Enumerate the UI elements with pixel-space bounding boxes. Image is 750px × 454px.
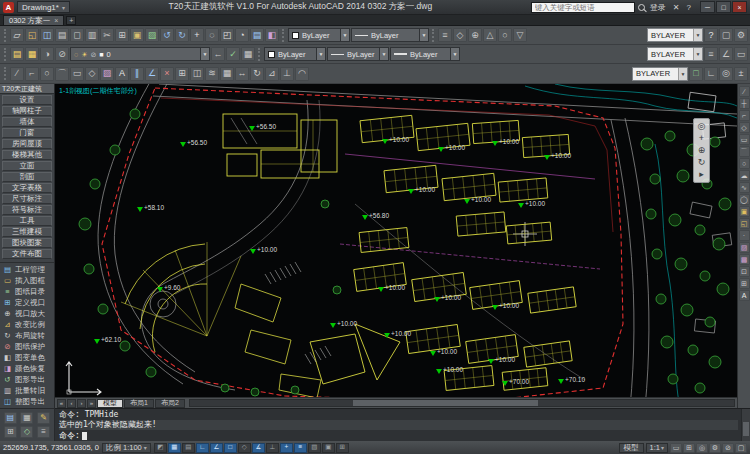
palette-command-restore-color[interactable]: ◨颜色恢复 — [0, 363, 54, 374]
layer-off-icon[interactable]: ◑ — [40, 47, 54, 61]
offset-icon[interactable]: ≋ — [205, 67, 219, 81]
command-prompt[interactable]: 命令: — [59, 430, 738, 441]
layout-scroll-button[interactable]: ‹ — [67, 399, 76, 408]
zoom-realtime-icon[interactable]: ◌ — [205, 28, 219, 42]
toggle-snap-mode[interactable]: ▦ — [168, 443, 181, 453]
area-icon[interactable]: ▭ — [734, 47, 748, 61]
layer-states-icon[interactable]: ▦ — [25, 47, 39, 61]
layout-tab-模型[interactable]: 模型 — [97, 399, 123, 408]
maximize-button[interactable]: □ — [716, 1, 731, 13]
layout-tab-布局1[interactable]: 布局1 — [124, 399, 154, 408]
polyline-icon[interactable]: ⌐ — [739, 110, 750, 121]
design-center-icon[interactable]: ◧ — [265, 28, 279, 42]
layout-tab-布局2[interactable]: 布局2 — [155, 399, 185, 408]
new-file-icon[interactable]: ▱ — [10, 28, 24, 42]
gradient-icon[interactable]: ▩ — [739, 254, 750, 265]
properties-panel-icon[interactable]: ▤ — [4, 412, 17, 424]
save-icon[interactable]: ◫ — [40, 28, 54, 42]
point-icon[interactable]: · — [739, 230, 750, 241]
tool-palette-icon[interactable]: ▦ — [20, 412, 33, 424]
undo-icon[interactable]: ↺ — [160, 28, 174, 42]
line-icon[interactable]: ∕ — [10, 67, 24, 81]
plot-icon[interactable]: ▤ — [55, 28, 69, 42]
palette-command-mono-color[interactable]: ◧图变单色 — [0, 352, 54, 363]
measure-icon[interactable]: ± — [734, 67, 748, 81]
materials-icon[interactable]: ▽ — [513, 28, 527, 42]
toggle-ortho-mode[interactable]: ∟ — [196, 443, 209, 453]
plot-style-combo[interactable]: BYLAYER ▼ — [632, 67, 688, 81]
exchange-icon[interactable]: ✕ — [671, 3, 682, 12]
make-current-icon[interactable]: ✓ — [226, 47, 240, 61]
quick-access-drawing-menu[interactable]: Drawing1* ▾ — [17, 1, 70, 13]
palette-command-insert-frame[interactable]: ▭插入图框 — [0, 275, 54, 286]
layout-scroll-button[interactable]: « — [57, 399, 66, 408]
layer-lock-icon[interactable]: ⊘ — [55, 47, 69, 61]
palette-menu-item[interactable]: 剖面 — [2, 172, 52, 182]
layout-scroll-button[interactable]: › — [77, 399, 86, 408]
zoom-tool-icon[interactable]: ⊕ — [698, 146, 706, 155]
properties-color-combo[interactable]: ByLayer ▼ — [264, 47, 326, 61]
properties-linetype-combo[interactable]: ByLayer ▼ — [327, 47, 389, 61]
toggle-object-snap[interactable]: □ — [224, 443, 237, 453]
command-scrollbar[interactable] — [741, 409, 750, 441]
quick-calc-icon[interactable]: △ — [483, 28, 497, 42]
tianzheng-scale-control[interactable]: 比例 1:100 ▾ — [102, 443, 151, 453]
arc-icon[interactable]: ⌒ — [55, 67, 69, 81]
palette-menu-item[interactable]: 文件布图 — [2, 249, 52, 259]
markup-icon[interactable]: ⊕ — [468, 28, 482, 42]
mtext-icon[interactable]: A — [739, 290, 750, 301]
close-button[interactable]: × — [732, 1, 747, 13]
plot-preview-icon[interactable]: ◻ — [70, 28, 84, 42]
toolbar-grip[interactable] — [4, 67, 7, 80]
palette-menu-item[interactable]: 符号标注 — [2, 205, 52, 215]
toggle-dynamic-input[interactable]: + — [280, 443, 293, 453]
region-icon[interactable]: ⊡ — [739, 266, 750, 277]
arc-icon[interactable]: ⌒ — [739, 146, 750, 157]
palette-menu-item[interactable]: 设置 — [2, 95, 52, 105]
palette-command-layout-rotate[interactable]: ↻布局旋转 — [0, 330, 54, 341]
tool-palettes-icon[interactable]: ≡ — [438, 28, 452, 42]
rotate-icon[interactable]: ↻ — [250, 67, 264, 81]
layout-scroll-button[interactable]: » — [87, 399, 96, 408]
toggle-3d-object-snap[interactable]: ◇ — [238, 443, 251, 453]
layer-walk-icon[interactable]: ▦ — [241, 47, 255, 61]
toggle-selection-cycling[interactable]: ⊞ — [336, 443, 349, 453]
toolbar-lock-icon[interactable]: ⊘ — [722, 443, 734, 453]
pan-icon[interactable]: + — [190, 28, 204, 42]
paste-icon[interactable]: ▣ — [130, 28, 144, 42]
palette-command-export-whole[interactable]: ◫整图导出 — [0, 396, 54, 407]
plot-style-combo[interactable]: BYLAYER ▼ — [647, 28, 703, 42]
orbit-tool-icon[interactable]: ↻ — [698, 158, 706, 167]
file-tab-active[interactable]: 0302 方案一 × — [3, 15, 64, 25]
toggle-transparency[interactable]: ▧ — [308, 443, 321, 453]
drawing-canvas[interactable]: +56.50+56.50+58.10+10.00+9.60+62.10+10.0… — [55, 84, 737, 408]
grid-tool-icon[interactable]: ⊞ — [4, 426, 17, 438]
hatch-icon[interactable]: ▨ — [739, 242, 750, 253]
toolbar-grip[interactable] — [4, 48, 7, 61]
revision-cloud-icon[interactable]: ☁ — [739, 170, 750, 181]
toggle-infer-constraints[interactable]: ◩ — [154, 443, 167, 453]
properties-lineweight-combo[interactable]: ByLayer ▼ — [390, 47, 460, 61]
insert-block-icon[interactable]: ▣ — [739, 206, 750, 217]
ellipse-icon[interactable]: ◯ — [739, 194, 750, 205]
circle-icon[interactable]: ○ — [40, 67, 54, 81]
match-properties-icon[interactable]: ▨ — [145, 28, 159, 42]
open-file-icon[interactable]: ◱ — [25, 28, 39, 42]
layer-combo[interactable]: ◌ ☀ ⊘ ■ 0 ▼ — [70, 47, 210, 61]
quick-view-drawings-icon[interactable]: ⊞ — [683, 443, 695, 453]
scale-icon[interactable]: ⊿ — [265, 67, 279, 81]
palette-command-change-scale[interactable]: ⊿改变比例 — [0, 319, 54, 330]
scrollbar-thumb[interactable] — [353, 400, 538, 406]
annotation-visibility-icon[interactable]: ◎ — [696, 443, 708, 453]
line-icon[interactable]: ∕ — [739, 86, 750, 97]
palette-menu-item[interactable]: 房间屋顶 — [2, 139, 52, 149]
palette-command-drawing-protect[interactable]: ⊘图纸保护 — [0, 341, 54, 352]
palette-menu-item[interactable]: 工具 — [2, 216, 52, 226]
app-icon[interactable]: A — [3, 2, 14, 13]
linetype-combo[interactable]: ByLayer ▼ — [351, 28, 429, 42]
osnap-tool-icon[interactable]: ◇ — [20, 426, 33, 438]
help-icon[interactable]: ? — [704, 28, 718, 42]
polygon-icon[interactable]: ◇ — [739, 122, 750, 133]
palette-header[interactable]: T20天正建筑 — [0, 84, 54, 94]
search-input[interactable] — [531, 2, 635, 13]
